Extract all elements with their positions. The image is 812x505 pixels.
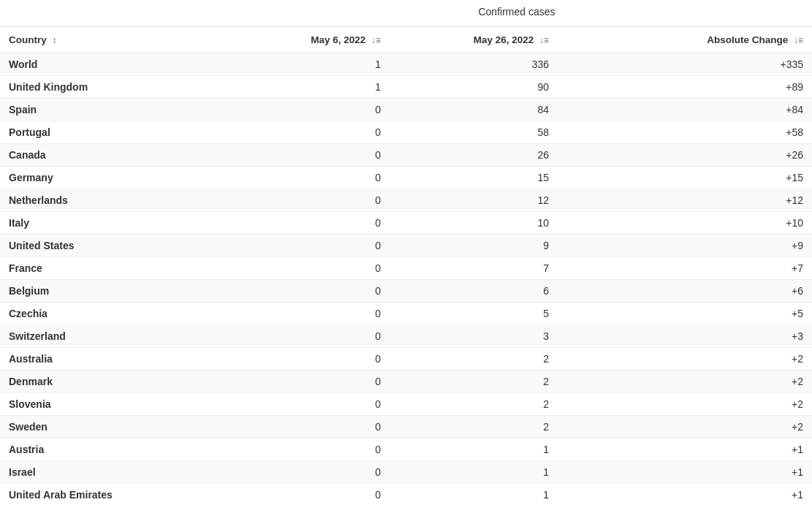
abs-change-cell: +15: [558, 166, 812, 189]
country-cell: United States: [0, 234, 221, 257]
country-cell: Switzerland: [0, 324, 221, 347]
table-row: Israel01+1: [0, 460, 812, 483]
may6-cell: 0: [221, 234, 390, 257]
abs-change-cell: +1: [558, 460, 812, 483]
may6-cell: 0: [221, 257, 390, 279]
may26-cell: 3: [390, 324, 558, 347]
may26-cell: 58: [390, 121, 558, 143]
may6-cell: 0: [221, 143, 390, 166]
abs-change-sort-icon[interactable]: ↓≡: [794, 35, 803, 45]
country-cell: Denmark: [0, 370, 221, 392]
data-table: Confirmed cases Country ↕ May 6, 2022 ↓≡…: [0, 0, 812, 505]
country-cell: Czechia: [0, 302, 221, 324]
may6-cell: 0: [221, 460, 390, 483]
may26-cell: 2: [390, 415, 558, 438]
table-row: Sweden02+2: [0, 415, 812, 438]
may26-cell: 9: [390, 234, 558, 257]
confirmed-cases-label: Confirmed cases: [221, 0, 812, 26]
may6-sort-icon[interactable]: ↓≡: [371, 35, 381, 45]
table-row: Switzerland03+3: [0, 324, 812, 347]
abs-change-cell: +10: [558, 211, 812, 234]
may26-cell: 2: [390, 392, 558, 415]
may26-cell: 90: [390, 75, 558, 98]
country-cell: World: [0, 53, 221, 75]
may26-cell: 5: [390, 302, 558, 324]
may6-cell: 0: [221, 392, 390, 415]
may26-cell: 15: [390, 166, 558, 189]
may6-cell: 0: [221, 98, 390, 121]
may26-header-label: May 26, 2022: [474, 34, 534, 45]
country-cell: United Kingdom: [0, 75, 221, 98]
abs-change-cell: +5: [558, 302, 812, 324]
may26-cell: 1: [390, 460, 558, 483]
table-row: Australia02+2: [0, 347, 812, 370]
abs-change-cell: +2: [558, 347, 812, 370]
abs-change-cell: +89: [558, 75, 812, 98]
may26-cell: 7: [390, 257, 558, 279]
may6-cell: 0: [221, 438, 390, 460]
may26-column-header[interactable]: May 26, 2022 ↓≡: [390, 26, 558, 53]
may26-cell: 336: [390, 53, 558, 75]
abs-change-cell: +1: [558, 483, 812, 505]
may26-cell: 2: [390, 370, 558, 392]
table-row: Belgium06+6: [0, 279, 812, 302]
table-body: World1336+335United Kingdom190+89Spain08…: [0, 53, 812, 505]
column-headers-row: Country ↕ May 6, 2022 ↓≡ May 26, 2022 ↓≡…: [0, 26, 812, 53]
may26-sort-icon[interactable]: ↓≡: [539, 35, 549, 45]
table-row: Portugal058+58: [0, 121, 812, 143]
country-header-label: Country: [9, 34, 47, 45]
table-row: Austria01+1: [0, 438, 812, 460]
country-cell: France: [0, 257, 221, 279]
table-row: Germany015+15: [0, 166, 812, 189]
may6-cell: 1: [221, 53, 390, 75]
country-cell: Canada: [0, 143, 221, 166]
may6-cell: 0: [221, 324, 390, 347]
country-cell: Australia: [0, 347, 221, 370]
table-row: Czechia05+5: [0, 302, 812, 324]
table-row: Spain084+84: [0, 98, 812, 121]
may6-header-label: May 6, 2022: [311, 34, 365, 45]
abs-change-cell: +1: [558, 438, 812, 460]
table-row: United States09+9: [0, 234, 812, 257]
abs-change-cell: +9: [558, 234, 812, 257]
may6-cell: 0: [221, 189, 390, 211]
country-cell: Portugal: [0, 121, 221, 143]
may26-cell: 12: [390, 189, 558, 211]
country-cell: Israel: [0, 460, 221, 483]
country-cell: Sweden: [0, 415, 221, 438]
may26-cell: 2: [390, 347, 558, 370]
may26-cell: 84: [390, 98, 558, 121]
confirmed-cases-header-row: Confirmed cases: [0, 0, 812, 26]
country-sort-icon[interactable]: ↕: [53, 35, 57, 45]
may26-cell: 1: [390, 438, 558, 460]
may6-cell: 0: [221, 302, 390, 324]
abs-change-cell: +2: [558, 415, 812, 438]
abs-change-cell: +58: [558, 121, 812, 143]
may6-cell: 0: [221, 415, 390, 438]
abs-change-cell: +84: [558, 98, 812, 121]
abs-change-cell: +2: [558, 370, 812, 392]
abs-change-header-label: Absolute Change: [707, 34, 788, 45]
empty-header-cell: [0, 0, 221, 26]
country-column-header[interactable]: Country ↕: [0, 26, 221, 53]
abs-change-cell: +335: [558, 53, 812, 75]
country-cell: Netherlands: [0, 189, 221, 211]
country-cell: Germany: [0, 166, 221, 189]
may6-cell: 0: [221, 347, 390, 370]
abs-change-cell: +12: [558, 189, 812, 211]
may26-cell: 10: [390, 211, 558, 234]
may6-cell: 0: [221, 211, 390, 234]
may6-cell: 0: [221, 121, 390, 143]
country-cell: Austria: [0, 438, 221, 460]
country-cell: Spain: [0, 98, 221, 121]
table-row: United Arab Emirates01+1: [0, 483, 812, 505]
may6-cell: 1: [221, 75, 390, 98]
abs-change-column-header[interactable]: Absolute Change ↓≡: [558, 26, 812, 53]
may6-cell: 0: [221, 166, 390, 189]
may6-column-header[interactable]: May 6, 2022 ↓≡: [221, 26, 390, 53]
may26-cell: 1: [390, 483, 558, 505]
table-row: Denmark02+2: [0, 370, 812, 392]
table-row: Canada026+26: [0, 143, 812, 166]
country-cell: Slovenia: [0, 392, 221, 415]
may26-cell: 6: [390, 279, 558, 302]
